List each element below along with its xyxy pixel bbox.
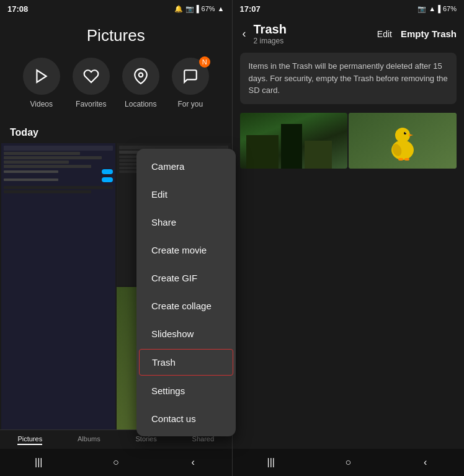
menu-button-right[interactable]: ||| xyxy=(264,455,279,470)
spacer xyxy=(233,175,465,449)
svg-point-3 xyxy=(395,128,410,143)
home-button-right[interactable]: ○ xyxy=(341,455,355,470)
header-actions: Edit Empty Trash xyxy=(377,29,457,39)
trash-subtitle: 2 images xyxy=(254,37,372,45)
category-foryou[interactable]: N For you xyxy=(172,58,209,108)
category-row: Videos Favorites Locations xyxy=(0,58,232,121)
system-nav-right: ||| ○ ‹ xyxy=(233,449,465,476)
svg-point-1 xyxy=(139,73,143,77)
right-panel: 17:07 📷 ▲ ▌67% ‹ Trash 2 images Edit Emp… xyxy=(233,0,465,476)
locations-icon-wrap xyxy=(122,58,159,95)
category-videos[interactable]: Videos xyxy=(23,58,60,108)
wifi-icon-right: ▲ xyxy=(429,5,435,12)
locations-label: Locations xyxy=(125,100,156,108)
svg-point-5 xyxy=(405,132,406,133)
menu-item-camera[interactable]: Camera xyxy=(136,152,236,180)
gallery-icon-right: 📷 xyxy=(417,5,426,13)
category-favorites[interactable]: Favorites xyxy=(73,58,110,108)
nav-pictures[interactable]: Pictures xyxy=(17,435,42,445)
menu-item-edit[interactable]: Edit xyxy=(136,180,236,208)
foryou-label: For you xyxy=(177,100,203,108)
back-button-left[interactable]: ‹ xyxy=(185,455,200,470)
menu-item-create-gif[interactable]: Create GIF xyxy=(136,264,236,292)
videos-icon-wrap xyxy=(23,58,60,95)
back-button-right[interactable]: ‹ xyxy=(240,25,249,43)
back-button-system-right[interactable]: ‹ xyxy=(418,455,433,470)
context-menu: Camera Edit Share Create movie Create GI… xyxy=(136,149,236,436)
foryou-badge: N xyxy=(199,56,210,68)
category-locations[interactable]: Locations xyxy=(122,58,159,108)
menu-item-trash[interactable]: Trash xyxy=(139,349,233,376)
trash-title-wrap: Trash 2 images xyxy=(254,22,372,45)
nav-shared[interactable]: Shared xyxy=(192,435,214,445)
nav-pictures-label: Pictures xyxy=(17,435,42,443)
battery-icon: ▌67% xyxy=(197,5,215,12)
wifi-icon: ▲ xyxy=(218,5,225,12)
info-banner: Items in the Trash will be permanently d… xyxy=(240,53,457,104)
gallery-icon: 📷 xyxy=(185,5,194,13)
svg-rect-8 xyxy=(404,158,409,161)
svg-marker-0 xyxy=(37,70,46,82)
nav-albums-label: Albums xyxy=(78,435,100,443)
status-icons-left: 🔔 📷 ▌67% ▲ xyxy=(174,5,225,13)
menu-item-create-movie[interactable]: Create movie xyxy=(136,236,236,264)
trash-images xyxy=(240,113,457,169)
photo-thumb-1[interactable] xyxy=(1,143,115,430)
pictures-title: Pictures xyxy=(0,26,232,45)
notification-icon: 🔔 xyxy=(174,5,183,13)
nav-albums[interactable]: Albums xyxy=(78,435,100,445)
today-label: Today xyxy=(0,121,232,143)
nav-stories[interactable]: Stories xyxy=(136,435,157,445)
duck-figure xyxy=(386,119,420,162)
menu-item-share[interactable]: Share xyxy=(136,208,236,236)
empty-trash-button[interactable]: Empty Trash xyxy=(401,29,457,39)
favorites-icon-wrap xyxy=(73,58,110,95)
trash-image-1[interactable] xyxy=(240,113,348,169)
edit-button[interactable]: Edit xyxy=(377,29,392,39)
menu-item-settings[interactable]: Settings xyxy=(136,377,236,405)
time-left: 17:08 xyxy=(7,4,28,14)
foryou-icon-wrap: N xyxy=(172,58,209,95)
status-icons-right: 📷 ▲ ▌67% xyxy=(417,5,457,13)
trash-header: ‹ Trash 2 images Edit Empty Trash xyxy=(233,17,465,50)
status-bar-left: 17:08 🔔 📷 ▌67% ▲ xyxy=(0,0,232,17)
photo-col-1 xyxy=(1,143,115,430)
home-button-left[interactable]: ○ xyxy=(109,455,123,470)
videos-label: Videos xyxy=(30,100,53,108)
system-nav-left: ||| ○ ‹ xyxy=(0,449,232,476)
time-right: 17:07 xyxy=(240,4,261,14)
menu-button-left[interactable]: ||| xyxy=(31,455,46,470)
menu-item-contact-us[interactable]: Contact us xyxy=(136,405,236,433)
menu-item-create-collage[interactable]: Create collage xyxy=(136,292,236,320)
svg-rect-7 xyxy=(398,158,403,161)
status-bar-right: 17:07 📷 ▲ ▌67% xyxy=(233,0,465,17)
left-panel: 17:08 🔔 📷 ▌67% ▲ Pictures Videos Fa xyxy=(0,0,232,476)
battery-icon-right: ▌67% xyxy=(438,5,457,12)
trash-image-2[interactable] xyxy=(349,113,457,169)
favorites-label: Favorites xyxy=(76,100,106,108)
trash-title: Trash xyxy=(254,22,372,37)
menu-item-slideshow[interactable]: Slideshow xyxy=(136,320,236,348)
